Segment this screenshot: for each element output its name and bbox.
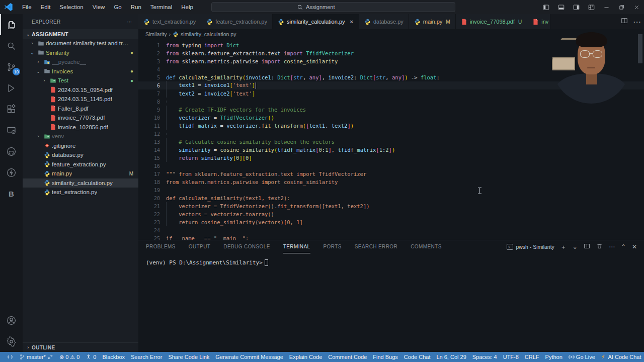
menu-view[interactable]: View bbox=[89, 3, 109, 12]
status-problems[interactable]: ⊗0⚠0 bbox=[56, 352, 83, 362]
more-actions[interactable]: ⋯ bbox=[633, 17, 641, 27]
tab-main-py[interactable]: main.pyM bbox=[409, 14, 456, 29]
menu-file[interactable]: File bbox=[18, 3, 36, 12]
activity-source-control-icon[interactable]: 10 bbox=[0, 56, 23, 77]
line-number: 24 bbox=[138, 228, 160, 233]
tree-item--pycache-[interactable]: ›__pycache__ bbox=[23, 57, 138, 67]
terminal[interactable]: (venv) PS D:\Assignment\Similarity> bbox=[138, 253, 644, 266]
split-editor-icon[interactable] bbox=[621, 17, 628, 26]
tab-database-py[interactable]: database.py bbox=[359, 14, 409, 29]
status-code-chat[interactable]: Code Chat bbox=[401, 352, 434, 362]
activity-account-icon[interactable] bbox=[0, 310, 23, 331]
menu-terminal[interactable]: Terminal bbox=[146, 3, 176, 12]
status-encoding[interactable]: UTF-8 bbox=[500, 352, 522, 362]
activity-settings-icon[interactable] bbox=[0, 331, 23, 352]
workspace-section-header[interactable]: ⌄ ASSIGNMENT bbox=[23, 29, 138, 39]
toggle-panel-button[interactable] bbox=[553, 0, 569, 14]
menu-run[interactable]: Run bbox=[127, 3, 145, 12]
menu-selection[interactable]: Selection bbox=[55, 3, 87, 12]
line-number: 18 bbox=[138, 179, 160, 185]
tab-label: similarity_calculation.py bbox=[287, 19, 345, 25]
editor-scrollbar[interactable] bbox=[638, 34, 642, 63]
line-number: 12 bbox=[138, 131, 160, 137]
close-button[interactable] bbox=[629, 0, 644, 14]
tab-invoice-77098-pdf[interactable]: invoice_77098.pdfU bbox=[456, 14, 528, 29]
panel-tab-output[interactable]: OUTPUT bbox=[189, 240, 211, 253]
outline-section[interactable]: › OUTLINE bbox=[23, 342, 138, 352]
activity-extensions-icon[interactable] bbox=[0, 99, 23, 120]
tree-item-invoice-77073-pdf[interactable]: invoice_77073.pdf bbox=[23, 113, 138, 123]
breadcrumb-folder[interactable]: Similarity bbox=[145, 31, 167, 37]
panel-tab-search-error[interactable]: SEARCH ERROR bbox=[355, 240, 397, 253]
explorer-more-actions[interactable]: ⋯ bbox=[127, 19, 132, 25]
tree-item-2024-03-15-1145-pdf[interactable]: 2024.03.15_1145.pdf bbox=[23, 95, 138, 104]
tab-text-extraction-py[interactable]: text_extraction.py bbox=[138, 14, 201, 29]
terminal-picker-dropdown-button[interactable]: ⌄ bbox=[573, 243, 578, 250]
tree-item-2024-03-15-0954-pdf[interactable]: 2024.03.15_0954.pdf bbox=[23, 85, 138, 95]
menu-edit[interactable]: Edit bbox=[37, 3, 55, 12]
status-blackbox[interactable]: Blackbox bbox=[99, 352, 128, 362]
menu-go[interactable]: Go bbox=[110, 3, 125, 12]
tree-item-similarity[interactable]: ⌄Similarity● bbox=[23, 48, 138, 58]
status-ports-tower[interactable]: 0 bbox=[83, 352, 99, 362]
tree-item-faller-8-pdf[interactable]: Faller_8.pdf bbox=[23, 104, 138, 114]
status-go-live[interactable]: Go Live bbox=[566, 352, 598, 362]
tab-feature-extraction-py[interactable]: feature_extraction.py bbox=[201, 14, 273, 29]
activity-run-debug-icon[interactable] bbox=[0, 77, 23, 99]
maximize-panel-button[interactable]: ⌃ bbox=[621, 243, 626, 250]
minimize-button[interactable] bbox=[599, 0, 614, 14]
activity-thunder-client-icon[interactable] bbox=[0, 162, 23, 183]
maximize-button[interactable] bbox=[614, 0, 629, 14]
tree-item-invoice-102856-pdf[interactable]: invoice_102856.pdf bbox=[23, 123, 138, 132]
tree-item-test[interactable]: ›Test● bbox=[23, 76, 138, 85]
tree-item-venv[interactable]: ›venv bbox=[23, 132, 138, 141]
status-share-code-link[interactable]: Share Code Link bbox=[165, 352, 212, 362]
tab-inv[interactable]: inv bbox=[527, 14, 550, 29]
more-actions-button[interactable]: ⋯ bbox=[609, 243, 615, 250]
tree-item--gitignore[interactable]: .gitignore bbox=[23, 141, 138, 151]
panel-tab-debug-console[interactable]: DEBUG CONSOLE bbox=[223, 240, 270, 253]
status-search-error[interactable]: Search Error bbox=[128, 352, 165, 362]
close-panel-button[interactable]: ✕ bbox=[632, 243, 637, 250]
tree-item-text-extraction-py[interactable]: text_extraction.py bbox=[23, 188, 138, 197]
status-explain-code[interactable]: Explain Code bbox=[286, 352, 325, 362]
tree-item-invoices[interactable]: ⌄Invoices● bbox=[23, 67, 138, 76]
breadcrumb-file[interactable]: similarity_calculation.py bbox=[181, 31, 236, 37]
customize-layout-button[interactable] bbox=[584, 0, 599, 14]
activity-search-icon[interactable] bbox=[0, 35, 23, 56]
chevron-down-icon: ⌄ bbox=[36, 69, 41, 74]
new-terminal-button[interactable]: ＋ bbox=[560, 243, 567, 251]
status-generate-commit-message[interactable]: Generate Commit Message bbox=[212, 352, 286, 362]
status-indentation[interactable]: Spaces: 4 bbox=[469, 352, 500, 362]
activity-blackbox-icon[interactable]: B bbox=[0, 183, 23, 204]
tree-item-feature-extraction-py[interactable]: feature_extraction.py bbox=[23, 160, 138, 169]
tab-similarity-calculation-py[interactable]: similarity_calculation.py✕ bbox=[273, 14, 359, 29]
status-cursor-position[interactable]: Ln 6, Col 29 bbox=[433, 352, 469, 362]
command-center-search[interactable]: Assignment bbox=[211, 2, 455, 12]
tree-item-document-similarity-test-and-train-files[interactable]: ›document similarity test and train file… bbox=[23, 39, 138, 48]
toggle-sidebar-button[interactable] bbox=[538, 0, 553, 14]
status-language-mode[interactable]: Python bbox=[542, 352, 566, 362]
tree-item-main-py[interactable]: main.pyM bbox=[23, 169, 138, 178]
activity-github-icon[interactable] bbox=[0, 141, 23, 162]
panel-tab-comments[interactable]: COMMENTS bbox=[411, 240, 442, 253]
status-find-bugs[interactable]: Find Bugs bbox=[370, 352, 401, 362]
activity-remote-explorer-icon[interactable] bbox=[0, 120, 23, 141]
panel-tab-terminal[interactable]: TERMINAL bbox=[283, 240, 310, 253]
split-terminal-button[interactable] bbox=[584, 243, 590, 251]
menu-help[interactable]: Help bbox=[177, 3, 197, 12]
panel-tab-problems[interactable]: PROBLEMS bbox=[146, 240, 176, 253]
activity-explorer-icon[interactable] bbox=[0, 14, 23, 35]
status-git-branch[interactable]: master* bbox=[16, 352, 56, 362]
tree-item-similarity-calculation-py[interactable]: similarity_calculation.py bbox=[23, 178, 138, 188]
status-ai-code-chat[interactable]: ⚡AI Code Chat bbox=[598, 352, 644, 362]
status-eol[interactable]: CRLF bbox=[522, 352, 542, 362]
tree-item-database-py[interactable]: database.py bbox=[23, 150, 138, 160]
panel-tab-ports[interactable]: PORTS bbox=[324, 240, 342, 253]
code-line-8: 8 bbox=[138, 98, 644, 106]
close-icon[interactable]: ✕ bbox=[350, 19, 354, 25]
kill-terminal-button[interactable] bbox=[596, 243, 603, 251]
toggle-secondary-sidebar-button[interactable] bbox=[569, 0, 584, 14]
status-remote-indicator[interactable] bbox=[4, 352, 16, 362]
status-comment-code[interactable]: Comment Code bbox=[325, 352, 370, 362]
